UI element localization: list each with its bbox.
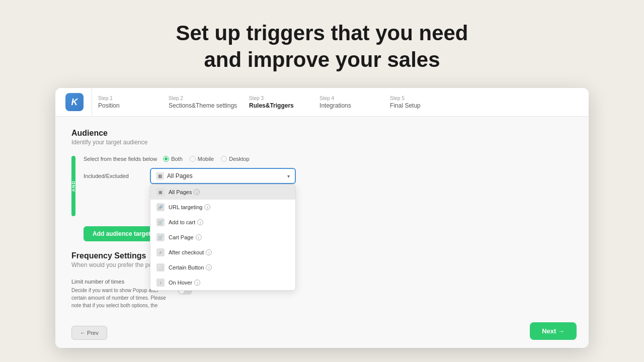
radio-mobile[interactable]: Mobile (190, 156, 214, 162)
step-1-label: Step 1 (98, 96, 156, 101)
step-5-name: Final Setup (390, 102, 448, 109)
device-radio-group: Both Mobile Desktop (163, 156, 249, 162)
radio-mobile-circle (190, 156, 196, 162)
and-bar: AND (71, 156, 75, 216)
info-badge-add-to-cart: i (197, 219, 203, 225)
dropdown-menu: ▦ All Pages i 🔗 (150, 184, 296, 291)
info-badge-on-hover: i (194, 280, 200, 286)
main-content: Audience Identify your target audience A… (55, 117, 589, 348)
option-icon-after-checkout: ✓ (156, 248, 165, 256)
dropdown-option-after-checkout[interactable]: ✓ After checkout i (150, 245, 295, 260)
logo-area: K (65, 88, 92, 116)
option-icon-certain-button: ⬜ (156, 263, 165, 272)
dropdown-selected-left: ▦ All Pages (156, 172, 193, 180)
hero-section: Set up triggers that you need and improv… (166, 0, 478, 88)
dropdown-option-all-pages[interactable]: ▦ All Pages i (150, 185, 295, 200)
audience-section: Audience Identify your target audience A… (71, 129, 573, 241)
audience-row: AND Select from these fields below Both (71, 156, 573, 216)
step-bar: K Step 1 Position Step 2 Sections&Theme … (55, 88, 589, 117)
app-window: K Step 1 Position Step 2 Sections&Theme … (55, 88, 589, 348)
option-info-cart-page: Cart Page i (169, 234, 202, 240)
radio-both[interactable]: Both (163, 156, 183, 162)
step-4-label: Step 4 (319, 96, 378, 101)
device-label: Select from these fields below (84, 156, 157, 162)
dropdown-selected-icon: ▦ (156, 172, 164, 180)
option-info-all-pages: All Pages i (169, 189, 200, 195)
step-3-label: Step 3 (249, 96, 307, 101)
step-3-name: Rules&Triggers (249, 102, 307, 109)
dropdown-selected-text: All Pages (167, 172, 193, 179)
step-1[interactable]: Step 1 Position (98, 88, 169, 116)
and-label: AND (71, 180, 76, 192)
dropdown-option-cart-page[interactable]: 🛒 Cart Page i (150, 230, 295, 245)
hero-title: Set up triggers that you need and improv… (176, 20, 468, 73)
option-info-add-to-cart: Add to cart i (169, 219, 203, 225)
step-2[interactable]: Step 2 Sections&Theme settings (169, 88, 249, 116)
option-icon-add-to-cart: 🛒 (156, 218, 165, 226)
step-2-name: Sections&Theme settings (169, 102, 237, 109)
frequency-field-label: Limit number of times (71, 279, 137, 285)
frequency-row: Limit number of times Decide if you want… (71, 279, 573, 309)
frequency-subtitle: When would you prefer the popup to be di… (71, 261, 573, 268)
option-info-after-checkout: After checkout i (169, 249, 212, 255)
step-3[interactable]: Step 3 Rules&Triggers (249, 88, 319, 116)
info-badge-url: i (204, 204, 210, 210)
radio-desktop-circle (221, 156, 227, 162)
audience-title: Audience (71, 129, 573, 138)
option-icon-on-hover: ↕ (156, 279, 165, 287)
step-1-name: Position (98, 102, 156, 109)
next-button[interactable]: Next → (530, 322, 577, 340)
frequency-title: Frequency Settings (71, 251, 573, 260)
radio-desktop[interactable]: Desktop (221, 156, 249, 162)
device-row: Select from these fields below Both Mobi… (84, 156, 573, 162)
option-info-url: URL targeting i (169, 204, 210, 210)
step-2-label: Step 2 (169, 96, 237, 101)
step-5[interactable]: Step 5 Final Setup (390, 88, 460, 116)
option-info-certain-button: Certain Button i (169, 264, 212, 270)
included-label: Included/Excluded (84, 173, 144, 179)
dropdown-container: ▦ All Pages ▾ ▦ All Pages (150, 168, 296, 184)
step-4-name: Integrations (319, 102, 378, 109)
logo: K (65, 93, 84, 111)
option-icon-url: 🔗 (156, 203, 165, 211)
dropdown-option-on-hover[interactable]: ↕ On Hover i (150, 275, 295, 290)
dropdown-selected[interactable]: ▦ All Pages ▾ (150, 168, 296, 184)
info-badge-certain-button: i (206, 264, 212, 270)
dropdown-option-url[interactable]: 🔗 URL targeting i (150, 200, 295, 215)
audience-subtitle: Identify your target audience (71, 139, 573, 146)
content-panel: Audience Identify your target audience A… (55, 117, 589, 348)
option-info-on-hover: On Hover i (169, 280, 200, 286)
back-button[interactable]: ← Prev (71, 326, 107, 340)
chevron-down-icon: ▾ (287, 173, 290, 179)
info-badge-all-pages: i (194, 189, 200, 195)
info-badge-cart-page: i (196, 234, 202, 240)
dropdown-option-add-to-cart[interactable]: 🛒 Add to cart i (150, 215, 295, 230)
info-badge-after-checkout: i (206, 249, 212, 255)
step-5-label: Step 5 (390, 96, 448, 101)
frequency-section: Frequency Settings When would you prefer… (71, 251, 573, 309)
option-icon-all-pages: ▦ (156, 188, 165, 196)
included-row: Included/Excluded ▦ All Pages ▾ (84, 168, 573, 184)
step-4[interactable]: Step 4 Integrations (319, 88, 390, 116)
radio-both-circle (163, 156, 169, 162)
dropdown-option-certain-button[interactable]: ⬜ Certain Button i (150, 260, 295, 275)
audience-fields: Select from these fields below Both Mobi… (84, 156, 573, 190)
option-icon-cart-page: 🛒 (156, 233, 165, 241)
